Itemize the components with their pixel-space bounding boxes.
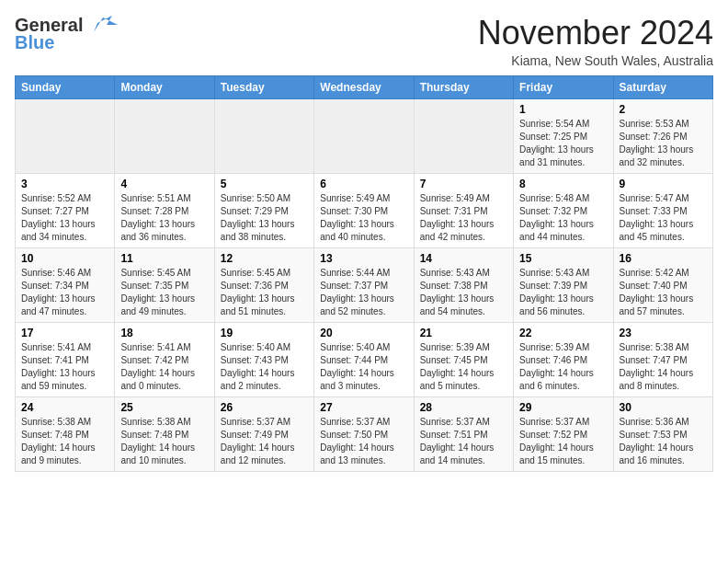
calendar-header: SundayMondayTuesdayWednesdayThursdayFrid… bbox=[16, 75, 713, 98]
day-info: Sunrise: 5:42 AMSunset: 7:40 PMDaylight:… bbox=[620, 267, 707, 318]
calendar-cell: 20Sunrise: 5:40 AMSunset: 7:44 PMDayligh… bbox=[314, 322, 414, 396]
day-info: Sunrise: 5:39 AMSunset: 7:46 PMDaylight:… bbox=[519, 341, 607, 393]
calendar-cell: 14Sunrise: 5:43 AMSunset: 7:38 PMDayligh… bbox=[414, 247, 513, 322]
calendar-cell: 5Sunrise: 5:50 AMSunset: 7:29 PMDaylight… bbox=[214, 173, 313, 247]
day-info: Sunrise: 5:40 AMSunset: 7:44 PMDaylight:… bbox=[320, 341, 407, 393]
calendar-cell bbox=[16, 98, 115, 173]
day-info: Sunrise: 5:37 AMSunset: 7:51 PMDaylight:… bbox=[420, 416, 507, 467]
day-info: Sunrise: 5:36 AMSunset: 7:53 PMDaylight:… bbox=[620, 416, 707, 467]
calendar-week-3: 10Sunrise: 5:46 AMSunset: 7:34 PMDayligh… bbox=[16, 247, 713, 322]
calendar-cell bbox=[414, 98, 513, 173]
logo-blue: Blue bbox=[15, 32, 54, 53]
day-number: 28 bbox=[420, 401, 507, 414]
day-number: 5 bbox=[221, 178, 308, 190]
calendar-week-1: 1Sunrise: 5:54 AMSunset: 7:25 PMDaylight… bbox=[16, 98, 713, 173]
day-info: Sunrise: 5:45 AMSunset: 7:35 PMDaylight:… bbox=[120, 267, 208, 318]
day-number: 14 bbox=[420, 252, 507, 265]
day-number: 11 bbox=[120, 252, 208, 265]
day-info: Sunrise: 5:37 AMSunset: 7:49 PMDaylight:… bbox=[221, 416, 308, 467]
day-number: 16 bbox=[620, 252, 707, 265]
calendar-cell bbox=[115, 98, 214, 173]
day-info: Sunrise: 5:40 AMSunset: 7:43 PMDaylight:… bbox=[221, 341, 308, 393]
day-info: Sunrise: 5:43 AMSunset: 7:38 PMDaylight:… bbox=[420, 267, 507, 318]
day-number: 23 bbox=[620, 327, 707, 339]
calendar-week-5: 24Sunrise: 5:38 AMSunset: 7:48 PMDayligh… bbox=[16, 396, 713, 471]
day-number: 3 bbox=[21, 178, 108, 190]
day-info: Sunrise: 5:48 AMSunset: 7:32 PMDaylight:… bbox=[519, 192, 607, 244]
header-row: SundayMondayTuesdayWednesdayThursdayFrid… bbox=[16, 75, 713, 98]
calendar-cell: 3Sunrise: 5:52 AMSunset: 7:27 PMDaylight… bbox=[16, 173, 115, 247]
calendar-week-2: 3Sunrise: 5:52 AMSunset: 7:27 PMDaylight… bbox=[16, 173, 713, 247]
day-number: 6 bbox=[320, 178, 407, 190]
day-info: Sunrise: 5:39 AMSunset: 7:45 PMDaylight:… bbox=[420, 341, 507, 393]
day-number: 17 bbox=[21, 327, 108, 339]
logo-bird-icon bbox=[85, 16, 118, 34]
day-info: Sunrise: 5:41 AMSunset: 7:41 PMDaylight:… bbox=[21, 341, 108, 393]
day-info: Sunrise: 5:45 AMSunset: 7:36 PMDaylight:… bbox=[221, 267, 308, 318]
calendar-cell: 25Sunrise: 5:38 AMSunset: 7:48 PMDayligh… bbox=[115, 396, 214, 471]
day-info: Sunrise: 5:44 AMSunset: 7:37 PMDaylight:… bbox=[320, 267, 407, 318]
day-number: 29 bbox=[519, 401, 607, 414]
day-number: 15 bbox=[519, 252, 607, 265]
weekday-header-monday: Monday bbox=[115, 75, 214, 98]
day-info: Sunrise: 5:47 AMSunset: 7:33 PMDaylight:… bbox=[620, 192, 707, 244]
day-number: 24 bbox=[21, 401, 108, 414]
calendar-cell: 26Sunrise: 5:37 AMSunset: 7:49 PMDayligh… bbox=[214, 396, 313, 471]
day-number: 2 bbox=[620, 103, 707, 116]
title-block: November 2024 Kiama, New South Wales, Au… bbox=[478, 15, 713, 68]
calendar-cell: 18Sunrise: 5:41 AMSunset: 7:42 PMDayligh… bbox=[115, 322, 214, 396]
calendar-cell: 7Sunrise: 5:49 AMSunset: 7:31 PMDaylight… bbox=[414, 173, 513, 247]
month-title: November 2024 bbox=[478, 15, 713, 52]
day-info: Sunrise: 5:37 AMSunset: 7:52 PMDaylight:… bbox=[519, 416, 607, 467]
day-number: 1 bbox=[519, 103, 607, 116]
calendar-cell: 1Sunrise: 5:54 AMSunset: 7:25 PMDaylight… bbox=[514, 98, 613, 173]
day-number: 20 bbox=[320, 327, 407, 339]
day-number: 22 bbox=[519, 327, 607, 339]
calendar-cell: 4Sunrise: 5:51 AMSunset: 7:28 PMDaylight… bbox=[115, 173, 214, 247]
weekday-header-sunday: Sunday bbox=[16, 75, 115, 98]
day-info: Sunrise: 5:51 AMSunset: 7:28 PMDaylight:… bbox=[120, 192, 208, 244]
calendar-cell: 22Sunrise: 5:39 AMSunset: 7:46 PMDayligh… bbox=[514, 322, 613, 396]
calendar-cell: 28Sunrise: 5:37 AMSunset: 7:51 PMDayligh… bbox=[414, 396, 513, 471]
day-number: 12 bbox=[221, 252, 308, 265]
calendar-cell: 8Sunrise: 5:48 AMSunset: 7:32 PMDaylight… bbox=[514, 173, 613, 247]
day-number: 8 bbox=[519, 178, 607, 190]
weekday-header-saturday: Saturday bbox=[613, 75, 712, 98]
calendar-cell: 16Sunrise: 5:42 AMSunset: 7:40 PMDayligh… bbox=[613, 247, 712, 322]
calendar-cell: 10Sunrise: 5:46 AMSunset: 7:34 PMDayligh… bbox=[16, 247, 115, 322]
calendar-cell bbox=[214, 98, 313, 173]
calendar-cell: 13Sunrise: 5:44 AMSunset: 7:37 PMDayligh… bbox=[314, 247, 414, 322]
calendar-cell: 11Sunrise: 5:45 AMSunset: 7:35 PMDayligh… bbox=[115, 247, 214, 322]
day-info: Sunrise: 5:38 AMSunset: 7:47 PMDaylight:… bbox=[620, 341, 707, 393]
day-number: 7 bbox=[420, 178, 507, 190]
day-info: Sunrise: 5:46 AMSunset: 7:34 PMDaylight:… bbox=[21, 267, 108, 318]
day-info: Sunrise: 5:53 AMSunset: 7:26 PMDaylight:… bbox=[620, 118, 707, 169]
day-number: 13 bbox=[320, 252, 407, 265]
calendar-cell: 24Sunrise: 5:38 AMSunset: 7:48 PMDayligh… bbox=[16, 396, 115, 471]
calendar-cell: 2Sunrise: 5:53 AMSunset: 7:26 PMDaylight… bbox=[613, 98, 712, 173]
calendar-cell: 19Sunrise: 5:40 AMSunset: 7:43 PMDayligh… bbox=[214, 322, 313, 396]
calendar-cell: 6Sunrise: 5:49 AMSunset: 7:30 PMDaylight… bbox=[314, 173, 414, 247]
page-header: General Blue November 2024 Kiama, New So… bbox=[15, 15, 713, 68]
calendar-table: SundayMondayTuesdayWednesdayThursdayFrid… bbox=[15, 75, 713, 472]
day-info: Sunrise: 5:54 AMSunset: 7:25 PMDaylight:… bbox=[519, 118, 607, 169]
calendar-body: 1Sunrise: 5:54 AMSunset: 7:25 PMDaylight… bbox=[16, 98, 713, 471]
calendar-cell: 15Sunrise: 5:43 AMSunset: 7:39 PMDayligh… bbox=[514, 247, 613, 322]
day-info: Sunrise: 5:38 AMSunset: 7:48 PMDaylight:… bbox=[21, 416, 108, 467]
weekday-header-thursday: Thursday bbox=[414, 75, 513, 98]
calendar-cell: 29Sunrise: 5:37 AMSunset: 7:52 PMDayligh… bbox=[514, 396, 613, 471]
day-number: 10 bbox=[21, 252, 108, 265]
day-number: 9 bbox=[620, 178, 707, 190]
day-number: 25 bbox=[120, 401, 208, 414]
calendar-cell: 12Sunrise: 5:45 AMSunset: 7:36 PMDayligh… bbox=[214, 247, 313, 322]
calendar-cell: 30Sunrise: 5:36 AMSunset: 7:53 PMDayligh… bbox=[613, 396, 712, 471]
day-number: 19 bbox=[221, 327, 308, 339]
calendar-cell: 27Sunrise: 5:37 AMSunset: 7:50 PMDayligh… bbox=[314, 396, 414, 471]
day-info: Sunrise: 5:50 AMSunset: 7:29 PMDaylight:… bbox=[221, 192, 308, 244]
day-info: Sunrise: 5:38 AMSunset: 7:48 PMDaylight:… bbox=[120, 416, 208, 467]
weekday-header-tuesday: Tuesday bbox=[214, 75, 313, 98]
day-number: 18 bbox=[120, 327, 208, 339]
day-info: Sunrise: 5:37 AMSunset: 7:50 PMDaylight:… bbox=[320, 416, 407, 467]
day-number: 27 bbox=[320, 401, 407, 414]
calendar-week-4: 17Sunrise: 5:41 AMSunset: 7:41 PMDayligh… bbox=[16, 322, 713, 396]
